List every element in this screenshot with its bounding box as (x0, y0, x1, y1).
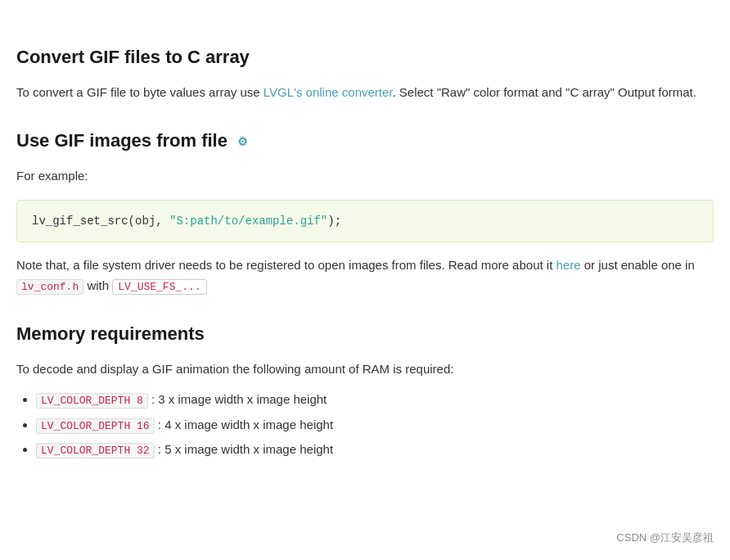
list-item: LV_COLOR_DEPTH 32 : 5 x image width x im… (36, 440, 714, 460)
list-item: LV_COLOR_DEPTH 8 : 3 x image width x ima… (36, 390, 714, 410)
code-function: lv_gif_set_src(obj, (32, 215, 169, 228)
section1-text-before: To convert a GIF file to byte values arr… (16, 85, 264, 99)
anchor-icon: ⚙ (237, 135, 248, 148)
code-end: ); (327, 215, 341, 228)
code-string: "S:path/to/example.gif" (169, 215, 327, 228)
lv-use-fs-inline-code: LV_USE_FS_... (112, 279, 206, 295)
list-item: LV_COLOR_DEPTH 16 : 4 x image width x im… (36, 415, 714, 436)
depth32-code: LV_COLOR_DEPTH 32 (36, 443, 155, 458)
section4-title: Memory requirements (16, 319, 714, 348)
depth8-code: LV_COLOR_DEPTH 8 (36, 393, 148, 409)
section2-title: Use GIF images from file ⚙ (16, 126, 714, 155)
memory-requirements-list: LV_COLOR_DEPTH 8 : 3 x image width x ima… (36, 390, 714, 460)
here-link[interactable]: here (557, 258, 581, 272)
depth8-desc: : 3 x image width x image height (148, 392, 327, 406)
section1-text-after: . Select "Raw" color format and "C array… (393, 85, 696, 99)
depth16-code: LV_COLOR_DEPTH 16 (36, 418, 155, 434)
depth32-desc: : 5 x image width x image height (155, 442, 333, 456)
lv-conf-inline-code: lv_conf.h (16, 279, 83, 295)
note-with-text: with (83, 278, 112, 292)
note-text-middle: or just enable one in (581, 258, 695, 272)
note-text-start: Note that, a file system driver needs to… (16, 258, 557, 272)
note-paragraph: Note that, a file system driver needs to… (16, 255, 714, 296)
for-example-label: For example: (16, 166, 714, 187)
depth16-desc: : 4 x image width x image height (155, 418, 333, 431)
lvgl-converter-link[interactable]: LVGL's online converter (264, 85, 393, 99)
section4-intro: To decode and display a GIF animation th… (16, 359, 714, 380)
section1-title: Convert GIF files to C array (16, 43, 714, 71)
code-block: lv_gif_set_src(obj, "S:path/to/example.g… (16, 200, 714, 242)
section1-paragraph: To convert a GIF file to byte values arr… (16, 83, 714, 103)
